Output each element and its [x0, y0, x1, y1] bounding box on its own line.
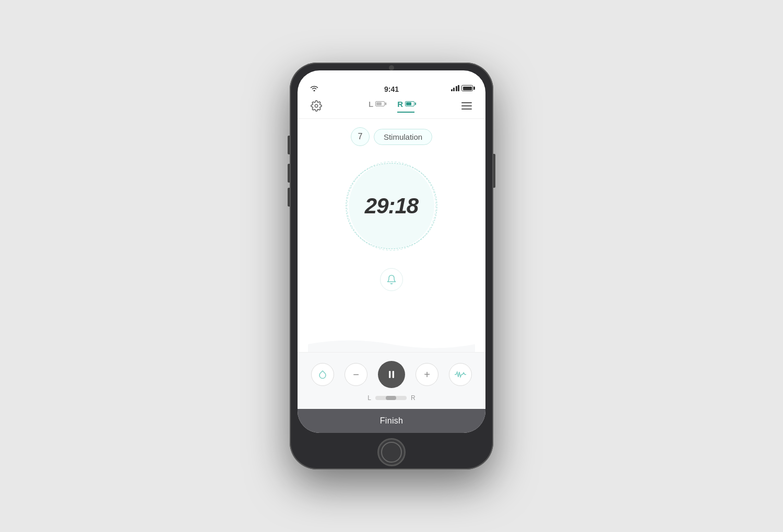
camera: [389, 65, 394, 70]
menu-button[interactable]: [458, 98, 475, 114]
battery-tab-right: [405, 101, 414, 106]
menu-line-2: [461, 105, 472, 106]
main-content: 7 Stimulation 29:18: [298, 119, 485, 352]
signal-icon: [451, 85, 460, 91]
status-left: [310, 85, 318, 91]
tab-right-label: R: [397, 100, 403, 108]
finish-button[interactable]: Finish: [298, 409, 485, 433]
left-channel-label: L: [367, 394, 371, 402]
wifi-icon: [310, 85, 318, 91]
wave-icon: [455, 370, 466, 379]
stimulation-badge: Stimulation: [374, 129, 432, 145]
finish-label: Finish: [380, 416, 403, 426]
plus-button[interactable]: +: [416, 363, 438, 386]
nav-tabs: L R: [369, 100, 414, 113]
timer-container: 29:18: [342, 156, 441, 256]
tab-left[interactable]: L: [369, 100, 385, 113]
minus-button[interactable]: −: [345, 363, 367, 386]
status-time: 9:41: [384, 85, 399, 93]
minus-icon: −: [353, 369, 359, 380]
menu-line-3: [461, 108, 472, 110]
pause-icon: [386, 369, 397, 380]
bell-icon: [386, 274, 397, 285]
controls-row: − +: [308, 361, 475, 388]
program-badge-row: 7 Stimulation: [351, 127, 432, 146]
battery-icon: [461, 85, 473, 91]
phone-device: 9:41: [290, 63, 493, 469]
controls-area: − +: [298, 352, 485, 409]
lr-slider[interactable]: [375, 396, 407, 400]
svg-rect-3: [389, 371, 390, 378]
battery-tab-left: [375, 101, 385, 106]
menu-line-1: [461, 102, 472, 103]
settings-button[interactable]: [308, 98, 325, 114]
home-button[interactable]: [377, 438, 406, 466]
wave-button[interactable]: [449, 363, 472, 386]
drop-icon: [318, 370, 327, 379]
tab-left-label: L: [369, 100, 373, 108]
wave-separator: [308, 336, 475, 352]
lr-indicator: L R: [308, 394, 475, 402]
nav-bar: L R: [298, 93, 485, 119]
plus-icon: +: [424, 369, 430, 380]
drop-button[interactable]: [311, 363, 334, 386]
status-right: [451, 85, 473, 91]
gear-icon: [311, 100, 322, 112]
svg-point-0: [315, 104, 318, 107]
lr-thumb: [386, 396, 396, 400]
timer-display: 29:18: [365, 194, 418, 219]
program-number: 7: [351, 127, 370, 146]
tab-right[interactable]: R: [397, 100, 414, 113]
pause-button[interactable]: [378, 361, 405, 388]
home-button-inner: [381, 442, 402, 463]
right-channel-label: R: [411, 394, 416, 402]
status-bar: 9:41: [298, 70, 485, 93]
svg-rect-4: [393, 371, 394, 378]
bell-button[interactable]: [380, 268, 403, 291]
phone-screen: 9:41: [298, 70, 485, 433]
